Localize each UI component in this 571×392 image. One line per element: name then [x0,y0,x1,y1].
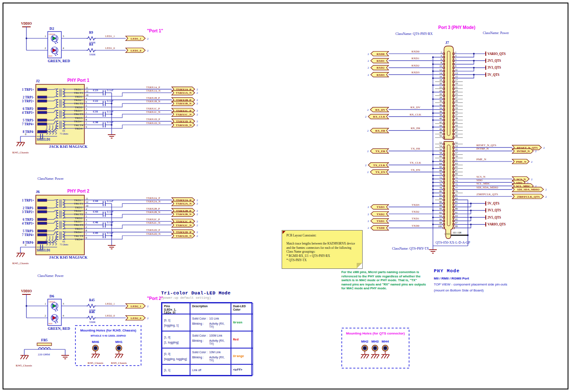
jack-J6[interactable]: J6PHY Port 21 TRP1+2 TRP1-3 TRP2+6 TRP2-… [12,189,198,278]
pin-number: 64 [439,162,442,165]
net-flag[interactable]: TXD0 [371,225,389,230]
flag-text: TXRX1C_N [176,113,192,116]
wire [364,355,366,358]
net-flag[interactable]: TX_CLK [368,163,389,167]
wire [115,354,118,358]
jack-pad [37,222,47,225]
pin-number: 26 [439,93,442,95]
pin-name: TRD1- [75,206,84,209]
net-flag[interactable]: RXD3 [371,72,389,77]
flag-port: 2 [196,102,198,105]
pin-number: 87 [455,204,458,207]
mounting-hole[interactable] [362,345,368,351]
led-circuit-D6[interactable]: VDDIOD6GREENRED1324GREEN, RED"Port 2"R45… [21,289,163,331]
pin-number: 91 [455,211,458,214]
gnd-pin-range: 101-108 [453,231,461,234]
pin-number: 4 [86,208,87,210]
flag-text: TXD2 [377,213,385,216]
mounting-hole[interactable] [372,345,378,351]
connector-J7[interactable]: Port 3 (PHY Mode)ClassName: QTS-PHY-RXCl… [365,25,547,253]
earth-ground [429,250,437,253]
net-flag[interactable]: 25REFCLK_QTS [512,194,544,199]
net-flag[interactable]: RXD2 [371,65,389,70]
net-flag[interactable]: LED2_0 [126,316,145,320]
net-flag[interactable]: TXD2 [371,212,389,216]
pin-number: 39 [455,117,458,120]
junction-dot [432,185,434,187]
net-flag[interactable]: TXRX2B_N [172,212,195,216]
net-label: TX_ER [411,147,420,150]
net-flag[interactable]: TX_ER [370,149,389,153]
pin-name: TRD3+ [74,220,84,223]
pcb-constraint-note[interactable]: PCB Layout Constraint:Match trace length… [282,230,363,269]
mounting-hole[interactable] [92,345,98,351]
mounting-hole[interactable] [116,345,122,351]
desc-value: 10M Link [209,351,221,354]
net-flag[interactable]: RXD0 [371,52,389,56]
component-value: 0.1uF [107,231,113,234]
net-flag[interactable]: TXRX2A_N [172,201,195,206]
net-flag[interactable]: RX_ER [370,128,389,133]
jack-pin-label: 8 TRP4- [23,241,34,245]
jack-pad [37,88,47,91]
jack-J2[interactable]: J2PHY Port 11 TRP1+2 TRP1-3 TRP2+6 TRP2-… [12,78,198,181]
junction-dot [432,84,434,86]
net-flag[interactable]: SDI_SDA_MDIO [512,187,544,192]
net-flag[interactable]: TXD3 [371,205,389,209]
resistor [87,49,96,52]
net-flag[interactable]: TXRX1C_N [172,112,195,116]
junction-dot [432,182,434,183]
mounting-hole[interactable] [382,345,388,351]
pin-number: 8 [441,61,442,64]
pin-number: 56 [439,148,442,151]
pin-number: 6 [441,58,442,61]
pin-number: 0 [25,133,26,135]
jack-pin-label: 5 TRP3- [23,229,34,233]
net-flag[interactable]: RX_CLK [368,114,389,119]
jack-pad [37,210,47,213]
flag-port: 2 [368,213,369,216]
net-flag[interactable]: TXRX2C_N [172,222,195,227]
net-flag[interactable]: TXRX1D_N [172,123,195,127]
net-flag[interactable]: LED1_0 [126,48,145,53]
pin-number: 49 [455,135,458,137]
component-ref: J7 [445,40,449,45]
wire [84,225,172,228]
wire [22,142,25,146]
net-flag[interactable]: TXRX1A_N [172,90,195,95]
flag-text: TX_CLK [373,164,386,167]
chassis-ground [92,354,100,358]
flag-port: 2 [196,224,198,227]
pin-number: 40 [439,117,442,120]
net-flag[interactable]: INTRP_N [512,149,534,153]
net-label: TXRX2C_N [146,221,161,224]
flag-text: 25REFCLK_QTS [517,195,540,199]
net-flag[interactable]: PME_N [512,159,529,164]
net-flag[interactable]: RXD1 [371,58,389,63]
wire [84,214,172,218]
ferrite-FB5[interactable]: FB5220 OHMRJ45_Chassis [16,338,69,367]
net-flag[interactable]: TXRX1B_N [172,101,195,106]
flag-port: 2 [368,73,369,77]
hole-ref: MH3 [372,340,379,343]
flag-port: 2 [196,234,198,238]
led-circuit-D2[interactable]: VDDIOD2GREENRED1324GREEN, RED"Port 1"R93… [21,22,163,63]
net-flag[interactable]: LED1_1 [126,36,145,41]
table-cell-color: Red [231,331,253,348]
resistor [87,304,96,308]
chassis-ground [115,354,123,358]
flag-port: 2 [367,108,369,112]
flag-text: PME_N [516,160,526,164]
net-flag[interactable]: TXD1 [371,219,389,223]
pin-number: 66 [439,166,442,168]
junction-dot [432,203,434,205]
pin-number: 57 [455,152,458,154]
pin-number: 22 [439,86,442,89]
net-flag[interactable]: TXRX2D_N [172,233,195,238]
net-flag[interactable]: RX_DV [370,107,389,112]
led-mode-table: Tri-color Dual-LED Mode (power-up defaul… [161,291,255,376]
net-flag[interactable]: TX_EN [370,170,389,174]
jack-pad [37,199,47,202]
pin-number: 4 [63,46,64,49]
net-flag[interactable]: LED2_1 [126,304,145,308]
